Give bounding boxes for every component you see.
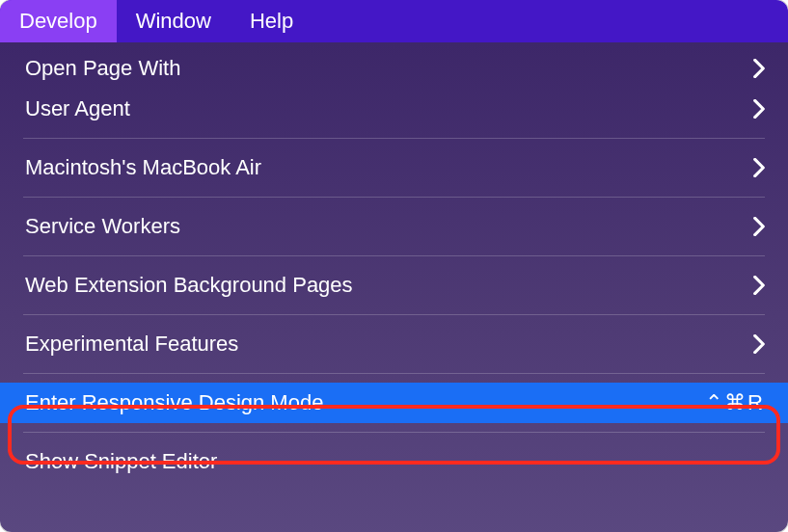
menu-item-open-page-with[interactable]: Open Page With xyxy=(0,48,788,89)
menu-item-web-extension-bg[interactable]: Web Extension Background Pages xyxy=(0,265,788,306)
menubar-label: Help xyxy=(250,9,293,34)
menu-item-label: Experimental Features xyxy=(25,332,238,357)
menu-item-responsive-design-mode[interactable]: Enter Responsive Design Mode ⌃⌘R xyxy=(0,383,788,423)
menu-separator xyxy=(23,197,765,198)
chevron-right-icon xyxy=(753,276,765,295)
menubar-label: Develop xyxy=(19,9,97,34)
menu-item-show-snippet-editor[interactable]: Show Snippet Editor xyxy=(0,441,788,482)
menu-item-shortcut: ⌃⌘R xyxy=(705,390,765,415)
menubar: Develop Window Help xyxy=(0,0,788,42)
menu-separator xyxy=(23,138,765,139)
menu-item-service-workers[interactable]: Service Workers xyxy=(0,206,788,247)
menu-item-label: Service Workers xyxy=(25,214,180,239)
menu-item-label: Web Extension Background Pages xyxy=(25,273,353,298)
menu-separator xyxy=(23,255,765,256)
menu-item-experimental-features[interactable]: Experimental Features xyxy=(0,324,788,364)
chevron-right-icon xyxy=(753,334,765,354)
menu-separator xyxy=(23,314,765,315)
chevron-right-icon xyxy=(753,99,765,119)
chevron-right-icon xyxy=(753,158,765,177)
menubar-item-develop[interactable]: Develop xyxy=(0,0,117,42)
menu-separator xyxy=(23,373,765,374)
chevron-right-icon xyxy=(753,217,765,236)
app-window: Develop Window Help Open Page With User … xyxy=(0,0,788,532)
menubar-item-window[interactable]: Window xyxy=(117,0,231,42)
menu-item-user-agent[interactable]: User Agent xyxy=(0,89,788,129)
menu-item-label: Open Page With xyxy=(25,56,180,81)
menu-item-device[interactable]: Macintosh's MacBook Air xyxy=(0,147,788,188)
menu-separator xyxy=(23,432,765,433)
menubar-label: Window xyxy=(136,9,211,34)
menu-item-label: User Agent xyxy=(25,96,130,121)
menu-item-label: Show Snippet Editor xyxy=(25,449,217,474)
menu-item-label: Macintosh's MacBook Air xyxy=(25,155,261,180)
chevron-right-icon xyxy=(753,59,765,78)
menubar-item-help[interactable]: Help xyxy=(231,0,312,42)
menu-item-label: Enter Responsive Design Mode xyxy=(25,390,323,415)
develop-dropdown: Open Page With User Agent Macintosh's Ma… xyxy=(0,42,788,532)
